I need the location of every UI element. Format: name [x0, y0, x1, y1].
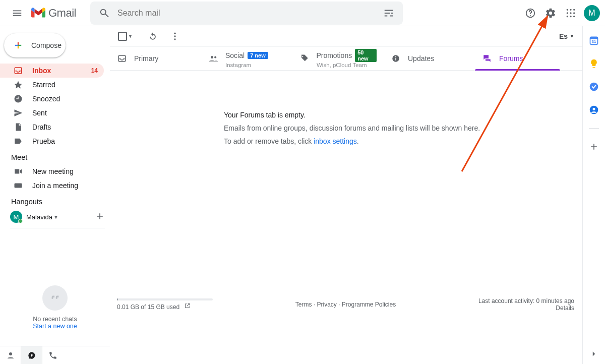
tab-label: Updates: [408, 54, 434, 63]
last-activity-text: Last account activity: 0 minutes ago: [478, 297, 574, 305]
sidebar-item-label: Prueba: [32, 137, 55, 145]
apps-grid-icon: [566, 8, 576, 18]
svg-point-14: [174, 33, 175, 34]
svg-point-29: [593, 108, 595, 110]
sidebar-item-prueba[interactable]: Prueba: [0, 134, 104, 148]
tasks-icon: [589, 82, 599, 92]
tab-updates[interactable]: Updates: [384, 47, 475, 70]
person-icon: [6, 351, 15, 360]
hangouts-new-conversation[interactable]: [95, 211, 105, 223]
sidebar-item-drafts[interactable]: Drafts: [0, 120, 104, 134]
start-new-chat-link[interactable]: Start a new one: [33, 323, 77, 330]
promotions-badge: 50 new: [355, 49, 377, 62]
tab-subtext: Wish, pCloud Team: [317, 62, 367, 68]
chevron-right-icon: [589, 349, 598, 358]
sidebar-item-label: Starred: [32, 81, 55, 89]
storage-text: 0.01 GB of 15 GB used: [117, 304, 179, 311]
storage-bar: [117, 298, 213, 300]
calendar-icon: 31: [589, 35, 599, 45]
input-tools-button[interactable]: Es ▼: [559, 32, 574, 40]
gear-icon: [545, 8, 556, 19]
search-bar[interactable]: [90, 2, 403, 25]
refresh-button[interactable]: [144, 27, 162, 45]
hamburger-icon: [12, 8, 23, 19]
settings-button[interactable]: [540, 3, 561, 23]
no-chats-panel: No recent chats Start a new one: [0, 285, 110, 346]
footer-terms-link[interactable]: Terms: [295, 301, 312, 308]
info-icon: [391, 53, 401, 64]
sidebar-item-sent[interactable]: Sent: [0, 106, 104, 120]
hangouts-avatar: M: [10, 211, 22, 223]
star-icon: [13, 80, 23, 90]
svg-point-2: [567, 9, 568, 10]
sidebar-item-label: Sent: [32, 109, 47, 117]
account-avatar[interactable]: M: [584, 5, 600, 21]
caret-down-icon: ▼: [53, 214, 58, 220]
tab-forums[interactable]: Forums: [475, 47, 566, 70]
svg-point-6: [570, 12, 571, 14]
svg-point-4: [573, 9, 575, 10]
main-menu-button[interactable]: [7, 3, 27, 23]
hangouts-tab-chats[interactable]: [21, 346, 42, 364]
compose-label: Compose: [31, 41, 62, 49]
hangouts-tab-calls[interactable]: [42, 346, 64, 364]
caret-down-icon: ▼: [570, 34, 574, 39]
select-all-checkbox[interactable]: ▼: [118, 32, 133, 41]
svg-point-8: [567, 16, 568, 17]
main-content: ▼ Es ▼ Primary Social 7 new: [110, 26, 582, 364]
keep-icon: [589, 58, 599, 69]
calendar-addon[interactable]: 31: [589, 35, 599, 45]
collapse-panel-button[interactable]: [589, 349, 598, 360]
tasks-addon[interactable]: [589, 82, 599, 92]
sidebar-item-label: Inbox: [32, 67, 51, 75]
tab-promotions[interactable]: Promotions 50 new Wish, pCloud Team: [292, 47, 384, 70]
checkbox-icon: [118, 32, 127, 41]
svg-point-5: [567, 12, 568, 14]
hangouts-tab-contacts[interactable]: [0, 346, 21, 364]
svg-point-10: [573, 16, 575, 17]
clock-icon: [13, 94, 23, 104]
svg-point-16: [174, 38, 175, 40]
no-chats-text: No recent chats: [0, 316, 110, 323]
people-icon: [208, 53, 218, 64]
plus-icon: [589, 142, 599, 152]
search-options-button[interactable]: [378, 2, 400, 24]
sidebar-item-starred[interactable]: Starred: [0, 78, 104, 92]
support-button[interactable]: [520, 3, 540, 23]
search-input[interactable]: [115, 9, 378, 18]
gmail-logo[interactable]: Gmail: [31, 7, 76, 20]
svg-point-13: [9, 352, 12, 355]
sidebar-item-label: Join a meeting: [32, 181, 78, 190]
search-button[interactable]: [93, 2, 115, 24]
divider: [589, 128, 599, 129]
sidebar-item-new-meeting[interactable]: New meeting: [0, 164, 104, 178]
file-icon: [13, 122, 23, 132]
svg-point-20: [302, 56, 303, 57]
left-sidebar: Compose Inbox 14 Starred Snoozed Sent Dr…: [0, 26, 110, 364]
inbox-settings-link[interactable]: inbox settings: [314, 137, 357, 145]
footer-policies-link[interactable]: Programme Policies: [342, 301, 396, 308]
sidebar-item-join-meeting[interactable]: Join a meeting: [0, 178, 104, 193]
tab-primary[interactable]: Primary: [110, 47, 201, 70]
empty-line2: Emails from online groups, discussion fo…: [224, 124, 582, 132]
hangouts-section-title: Hangouts: [0, 193, 110, 209]
search-icon: [99, 8, 110, 19]
svg-rect-25: [590, 37, 598, 39]
sidebar-item-snoozed[interactable]: Snoozed: [0, 92, 104, 106]
tab-subtext: Instagram: [225, 62, 251, 68]
hangouts-user-row[interactable]: M Malavida ▼: [0, 209, 110, 225]
tab-social[interactable]: Social 7 new Instagram: [201, 47, 292, 70]
quote-bubble-icon: [42, 285, 68, 311]
footer-privacy-link[interactable]: Privacy: [317, 301, 336, 308]
svg-point-7: [573, 12, 575, 14]
compose-button[interactable]: Compose: [4, 33, 66, 57]
svg-point-19: [214, 56, 216, 58]
contacts-addon[interactable]: [589, 105, 599, 115]
more-button[interactable]: [166, 27, 184, 45]
sidebar-item-inbox[interactable]: Inbox 14: [0, 64, 104, 78]
details-link[interactable]: Details: [556, 305, 574, 312]
apps-button[interactable]: [561, 3, 581, 23]
keep-addon[interactable]: [589, 58, 599, 69]
get-addons-button[interactable]: [589, 142, 599, 152]
external-link-icon[interactable]: [184, 304, 191, 311]
